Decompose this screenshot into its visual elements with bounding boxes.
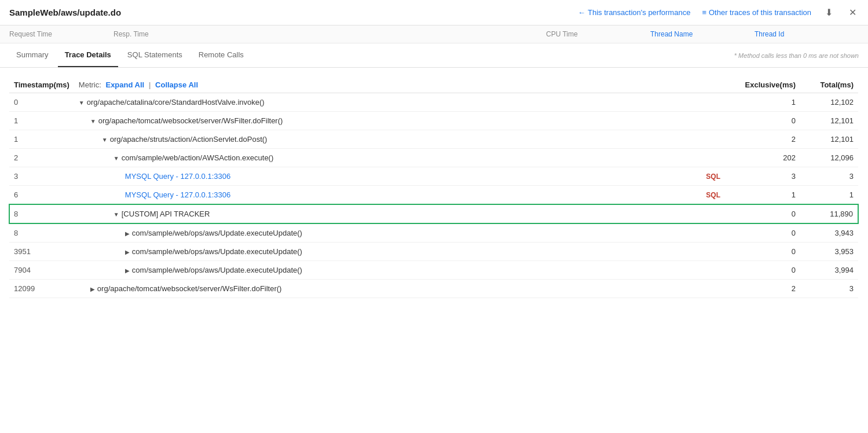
col-resp-time: Resp. Time — [113, 30, 546, 38]
method-name: com/sample/web/ops/aws/Update.executeUpd… — [132, 266, 302, 274]
cell-exclusive: 0 — [725, 223, 800, 243]
th-total: Total(ms) — [800, 77, 858, 93]
download-button[interactable]: ⬇ — [823, 6, 835, 19]
th-timestamp: Timestamp(ms) — [9, 77, 74, 93]
cell-timestamp: 2 — [9, 149, 74, 167]
tree-arrow-icon: ▼ — [113, 211, 119, 218]
cell-total: 1 — [800, 186, 858, 205]
table-row[interactable]: 7904▶com/sample/web/ops/aws/Update.execu… — [9, 261, 858, 280]
cell-method[interactable]: ▶com/sample/web/ops/aws/Update.executeUp… — [74, 243, 655, 261]
cell-method[interactable]: ▶org/apache/tomcat/websocket/server/WsFi… — [74, 280, 655, 298]
tree-arrow-icon: ▶ — [125, 267, 130, 274]
cell-method[interactable]: ▼[CUSTOM] API TRACKER — [74, 204, 655, 223]
cell-sql-badge — [655, 112, 725, 130]
table-row[interactable]: 2▼com/sample/web/action/AWSAction.execut… — [9, 149, 858, 167]
cell-total: 11,890 — [800, 204, 858, 223]
col-thread-id[interactable]: Thread Id — [755, 30, 859, 38]
cell-exclusive: 1 — [725, 186, 800, 205]
tree-arrow-icon: ▼ — [79, 100, 85, 106]
table-row[interactable]: 8▶com/sample/web/ops/aws/Update.executeU… — [9, 223, 858, 243]
cell-timestamp: 0 — [9, 93, 74, 112]
method-name[interactable]: MYSQL Query - 127.0.0.1:3306 — [125, 190, 230, 199]
tree-arrow-icon: ▶ — [90, 286, 95, 292]
cell-sql-badge: SQL — [655, 167, 725, 186]
method-name: com/sample/web/ops/aws/Update.executeUpd… — [132, 247, 302, 256]
tree-arrow-icon: ▶ — [125, 230, 130, 237]
table-row[interactable]: 12099▶org/apache/tomcat/websocket/server… — [9, 280, 858, 298]
table-row[interactable]: 3MYSQL Query - 127.0.0.1:3306SQL33 — [9, 167, 858, 186]
cell-sql-badge — [655, 149, 725, 167]
cell-total: 3,953 — [800, 243, 858, 261]
cell-total: 3,994 — [800, 261, 858, 280]
table-row[interactable]: 8▼[CUSTOM] API TRACKER011,890 — [9, 204, 858, 223]
table-row[interactable]: 3951▶com/sample/web/ops/aws/Update.execu… — [9, 243, 858, 261]
method-name: org/apache/catalina/core/StandardHostVal… — [87, 98, 265, 107]
col-thread-name[interactable]: Thread Name — [650, 30, 755, 38]
cell-total: 3 — [800, 167, 858, 186]
method-name[interactable]: [CUSTOM] API TRACKER — [122, 210, 210, 218]
tabs-bar: Summary Trace Details SQL Statements Rem… — [0, 43, 868, 68]
method-name: org/apache/tomcat/websocket/server/WsFil… — [97, 284, 282, 293]
cell-sql-badge — [655, 280, 725, 298]
cell-total: 12,102 — [800, 93, 858, 112]
method-name: com/sample/web/ops/aws/Update.executeUpd… — [132, 229, 302, 237]
cell-timestamp: 8 — [9, 223, 74, 243]
cell-exclusive: 1 — [725, 93, 800, 112]
method-name: com/sample/web/action/AWSAction.execute(… — [122, 153, 274, 162]
perf-link[interactable]: ← This transaction's performance — [578, 8, 690, 17]
tree-arrow-icon: ▼ — [90, 118, 96, 124]
cell-method[interactable]: MYSQL Query - 127.0.0.1:3306 — [74, 167, 655, 186]
tab-summary[interactable]: Summary — [9, 43, 56, 67]
table-row[interactable]: 1▼org/apache/struts/action/ActionServlet… — [9, 130, 858, 149]
cell-exclusive: 2 — [725, 130, 800, 149]
cell-sql-badge — [655, 243, 725, 261]
th-sql — [655, 77, 725, 93]
cell-exclusive: 0 — [725, 112, 800, 130]
cell-sql-badge — [655, 204, 725, 223]
collapse-all-link[interactable]: Collapse All — [155, 80, 198, 89]
tree-arrow-icon: ▼ — [102, 137, 108, 143]
cell-method[interactable]: MYSQL Query - 127.0.0.1:3306 — [74, 186, 655, 205]
cell-method[interactable]: ▼org/apache/tomcat/websocket/server/WsFi… — [74, 112, 655, 130]
cell-timestamp: 1 — [9, 112, 74, 130]
tab-remote-calls[interactable]: Remote Calls — [192, 43, 251, 67]
separator: | — [149, 80, 151, 89]
close-button[interactable]: ✕ — [847, 6, 859, 19]
cell-timestamp: 8 — [9, 204, 74, 223]
cell-sql-badge — [655, 261, 725, 280]
cell-timestamp: 3951 — [9, 243, 74, 261]
trace-table: Timestamp(ms) Metric: Expand All | Colla… — [9, 77, 859, 298]
method-name: org/apache/struts/action/ActionServlet.d… — [110, 135, 268, 144]
tab-trace-details[interactable]: Trace Details — [58, 43, 118, 67]
expand-all-link[interactable]: Expand All — [105, 80, 144, 89]
cell-total: 3 — [800, 280, 858, 298]
col-request-time: Request Time — [9, 30, 113, 38]
cell-total: 12,096 — [800, 149, 858, 167]
cell-timestamp: 1 — [9, 130, 74, 149]
cell-exclusive: 2 — [725, 280, 800, 298]
method-name[interactable]: MYSQL Query - 127.0.0.1:3306 — [125, 172, 230, 181]
traces-link[interactable]: ≡ Other traces of this transaction — [702, 8, 811, 17]
cell-exclusive: 0 — [725, 243, 800, 261]
cell-sql-badge: SQL — [655, 186, 725, 205]
table-row[interactable]: 6MYSQL Query - 127.0.0.1:3306SQL11 — [9, 186, 858, 205]
header-actions: ← This transaction's performance ≡ Other… — [578, 6, 859, 19]
cell-method[interactable]: ▶com/sample/web/ops/aws/Update.executeUp… — [74, 223, 655, 243]
tab-note: * Method calls less than 0 ms are not sh… — [734, 52, 859, 59]
th-exclusive: Exclusive(ms) — [725, 77, 800, 93]
cell-exclusive: 3 — [725, 167, 800, 186]
cell-total: 12,101 — [800, 130, 858, 149]
cell-method[interactable]: ▼com/sample/web/action/AWSAction.execute… — [74, 149, 655, 167]
table-row[interactable]: 0▼org/apache/catalina/core/StandardHostV… — [9, 93, 858, 112]
header: SampleWeb/aws/update.do ← This transacti… — [0, 0, 868, 25]
cell-method[interactable]: ▶com/sample/web/ops/aws/Update.executeUp… — [74, 261, 655, 280]
tree-arrow-icon: ▼ — [113, 155, 119, 162]
cell-timestamp: 12099 — [9, 280, 74, 298]
cell-sql-badge — [655, 93, 725, 112]
cell-total: 12,101 — [800, 112, 858, 130]
table-row[interactable]: 1▼org/apache/tomcat/websocket/server/WsF… — [9, 112, 858, 130]
col-cpu-time: CPU Time — [546, 30, 650, 38]
tab-sql-statements[interactable]: SQL Statements — [120, 43, 189, 67]
cell-method[interactable]: ▼org/apache/catalina/core/StandardHostVa… — [74, 93, 655, 112]
cell-method[interactable]: ▼org/apache/struts/action/ActionServlet.… — [74, 130, 655, 149]
